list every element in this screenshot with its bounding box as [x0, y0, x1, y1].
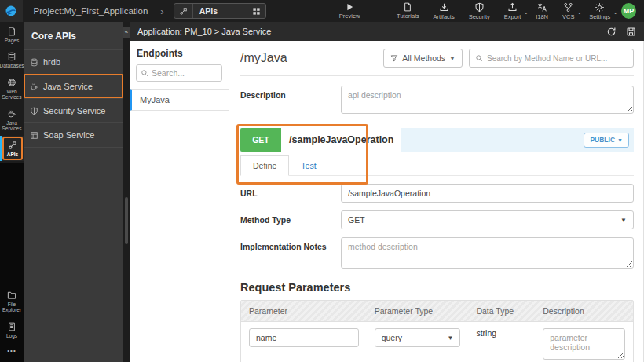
- download-icon: [439, 2, 449, 13]
- api-node-icon: [174, 4, 193, 18]
- settings-button[interactable]: Settings: [589, 2, 610, 20]
- parameter-name-input[interactable]: [249, 328, 359, 347]
- tab-test[interactable]: Test: [289, 156, 327, 175]
- collapse-panel-button[interactable]: «: [123, 27, 130, 38]
- refresh-icon[interactable]: [606, 27, 617, 37]
- request-parameters-table: Parameter Parameter Type Data Type Descr…: [240, 300, 634, 362]
- play-icon: [345, 2, 354, 12]
- caret-down-icon: ▼: [447, 335, 453, 342]
- url-label: URL: [240, 184, 341, 203]
- apis-workspace-tab[interactable]: APIs: [174, 3, 266, 19]
- endpoints-search[interactable]: [136, 64, 222, 82]
- parameter-description-input[interactable]: [543, 328, 625, 360]
- shield-icon: [30, 107, 38, 115]
- tab-define[interactable]: Define: [240, 155, 289, 176]
- service-item-soap-service[interactable]: Soap Service: [24, 122, 123, 148]
- service-item-hrdb[interactable]: hrdb: [24, 49, 123, 74]
- sidebar-item-java-services[interactable]: Java Services: [0, 104, 24, 136]
- database-icon: [30, 58, 38, 67]
- search-icon: [141, 69, 148, 77]
- service-item-security-service[interactable]: Security Service: [24, 98, 123, 122]
- search-icon: [475, 54, 483, 62]
- description-label: Description: [240, 86, 341, 117]
- visibility-dropdown[interactable]: PUBLIC ▼: [584, 133, 629, 148]
- export-button[interactable]: Export: [504, 2, 521, 20]
- method-type-select[interactable]: GET ▼: [341, 210, 634, 229]
- api-detail-panel: /myJava All Methods ▼: [229, 41, 644, 362]
- column-header: Parameter Type: [367, 301, 469, 321]
- panel-divider: «: [123, 22, 130, 362]
- panel-title: Core APIs: [24, 22, 123, 49]
- globe-icon: [7, 78, 16, 87]
- column-header: Parameter: [241, 301, 367, 321]
- apis-tab-label: APIs: [193, 6, 247, 16]
- wavemaker-logo-icon[interactable]: [0, 0, 23, 22]
- save-icon[interactable]: [626, 27, 636, 37]
- column-header: Description: [535, 301, 633, 321]
- filter-icon: [390, 54, 398, 62]
- file-text-icon: [7, 322, 16, 331]
- endpoint-item-myjava[interactable]: MyJava: [130, 89, 229, 111]
- gear-icon: [595, 2, 605, 13]
- grid-icon[interactable]: [247, 7, 265, 16]
- database-icon: [7, 52, 16, 61]
- top-bar: Project:My_First_Application › APIs Prev…: [0, 0, 644, 22]
- caret-down-icon: ▼: [617, 137, 623, 143]
- data-type-value: string: [468, 328, 535, 338]
- sidebar-item-web-services[interactable]: Web Services: [0, 73, 24, 104]
- endpoints-search-input[interactable]: [152, 68, 218, 78]
- method-search-input[interactable]: [487, 54, 628, 63]
- url-input[interactable]: [341, 184, 634, 203]
- breadcrumb: Application: PM_10 > Java Service: [137, 27, 271, 36]
- parameter-type-select[interactable]: query ▼: [375, 328, 461, 347]
- method-tabs: Define Test: [240, 155, 634, 176]
- artifacts-button[interactable]: Artifacts: [434, 2, 455, 20]
- coffee-icon: [7, 109, 16, 119]
- endpoints-panel: Endpoints MyJava: [130, 41, 229, 362]
- project-name[interactable]: Project:My_First_Application: [34, 6, 148, 16]
- api-node-icon: [8, 141, 17, 150]
- service-item-java-service[interactable]: Java Service: [24, 74, 123, 98]
- soap-icon: [30, 131, 38, 140]
- security-button[interactable]: Security: [469, 2, 490, 20]
- chevron-down-icon: ⌄: [523, 9, 529, 16]
- scrollbar-thumb[interactable]: [125, 197, 128, 244]
- preview-button[interactable]: Preview: [339, 2, 360, 20]
- column-header: Data Type: [468, 301, 535, 321]
- translate-icon: [537, 2, 547, 13]
- endpoints-title: Endpoints: [130, 41, 229, 64]
- chevron-down-icon: ⌄: [576, 9, 582, 16]
- method-search[interactable]: [469, 49, 634, 68]
- coffee-icon: [30, 82, 38, 91]
- implementation-notes-label: Implementation Notes: [240, 237, 341, 272]
- tutorials-button[interactable]: Tutorials: [397, 2, 419, 20]
- sidebar-item-file-explorer[interactable]: File Explorer: [0, 286, 24, 317]
- sidebar-item-pages[interactable]: Pages: [0, 22, 24, 47]
- i18n-button[interactable]: I18N: [536, 2, 548, 20]
- chevron-down-icon: ⌄: [613, 9, 618, 16]
- method-section: GET /sampleJavaOperation PUBLIC ▼ Define…: [240, 128, 634, 176]
- core-apis-panel: Core APIs hrdb Java Service Security Ser…: [24, 22, 123, 362]
- sidebar-item-apis[interactable]: APIs: [0, 136, 24, 161]
- implementation-notes-input[interactable]: [341, 237, 634, 269]
- document-icon: [403, 2, 412, 12]
- caret-down-icon: ▼: [449, 55, 456, 62]
- sidebar-item-logs[interactable]: Logs: [0, 317, 24, 342]
- user-avatar[interactable]: MP: [621, 3, 636, 19]
- vcs-button[interactable]: VCS: [562, 2, 574, 20]
- more-options-button[interactable]: •••: [0, 342, 24, 359]
- http-verb-badge[interactable]: GET: [240, 128, 281, 152]
- methods-filter-dropdown[interactable]: All Methods ▼: [383, 49, 463, 68]
- upload-icon: [507, 2, 518, 13]
- method-type-label: Method Type: [240, 210, 341, 229]
- api-title: /myJava: [240, 51, 287, 65]
- app-window: Project:My_First_Application › APIs Prev…: [0, 0, 644, 362]
- table-row: query ▼ string: [241, 322, 633, 362]
- sidebar-item-databases[interactable]: Databases: [0, 47, 24, 72]
- description-input[interactable]: [341, 86, 634, 114]
- method-header-bar[interactable]: GET /sampleJavaOperation PUBLIC ▼: [240, 128, 634, 152]
- page-icon: [7, 27, 16, 36]
- shield-icon: [474, 2, 485, 13]
- branch-icon: [563, 2, 573, 13]
- left-nav-strip: Pages Databases Web Services Java Servic…: [0, 22, 24, 362]
